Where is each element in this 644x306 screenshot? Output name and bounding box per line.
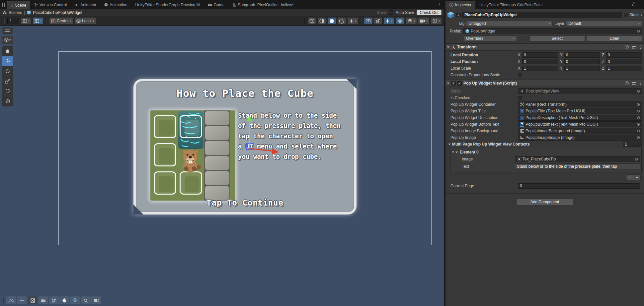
foldout-arrow-icon[interactable] <box>447 83 449 84</box>
tab-version-control[interactable]: Version Control <box>30 1 71 9</box>
constrain-proportions-checkbox[interactable] <box>518 73 522 77</box>
lighting-mode-tool[interactable] <box>59 296 69 304</box>
title-object-field[interactable]: T PopUpTitle (Text Mesh Pro UGUI) ⊙ <box>518 108 642 114</box>
grid-size-field[interactable]: 1 <box>7 18 19 24</box>
prefab-select-button[interactable]: Select <box>529 35 585 41</box>
prefab-picker-icon[interactable]: ⊙ <box>637 29 640 33</box>
tag-dropdown[interactable]: Untagged ▾ <box>466 21 553 26</box>
layer-dropdown[interactable]: Default ▾ <box>566 21 642 26</box>
tab-shadergraph[interactable]: UnityEditor.ShaderGraph.Drawing.M <box>131 1 204 9</box>
gizmos-dropdown[interactable]: ▾ <box>431 18 442 24</box>
scale-z-field[interactable]: 1 <box>606 66 642 71</box>
scene-camera-tool[interactable] <box>91 296 101 304</box>
position-x-field[interactable]: 0 <box>522 59 558 64</box>
popup-widget-view-header[interactable]: # ✓ Pop Up Widget View (Script) ? ⋮ <box>445 80 644 87</box>
container-object-field[interactable]: Panel (Rect Transform) ⊙ <box>518 101 642 107</box>
overlay-drag-handle[interactable] <box>5 30 10 30</box>
shading-wireframe-button[interactable] <box>308 18 316 24</box>
position-y-field[interactable]: 0 <box>564 59 600 64</box>
object-picker-icon[interactable]: ⊙ <box>637 89 640 93</box>
script-object-field[interactable]: # PopUpWidgetView ⊙ <box>518 88 642 94</box>
shading-shaded-wire-button[interactable] <box>318 18 326 24</box>
rect-tool[interactable] <box>2 86 13 96</box>
static-checkbox[interactable] <box>624 13 628 17</box>
tab-inspector[interactable]: i Inspector <box>445 1 475 9</box>
move-selection-tool[interactable] <box>17 296 27 304</box>
tab-gridpaint[interactable]: UnityEditor.Tilemaps.GridPaintPalet <box>475 1 546 9</box>
camera-dropdown-icon[interactable]: ▾ <box>426 20 428 23</box>
foldout-arrow-icon[interactable] <box>447 46 449 48</box>
zoom-tool[interactable] <box>81 296 91 304</box>
mode-2d-button[interactable]: 2D <box>364 18 372 24</box>
view-hand-tool[interactable] <box>2 46 13 56</box>
transform-tool[interactable] <box>2 96 13 106</box>
object-picker-icon[interactable]: ⊙ <box>637 102 640 107</box>
prefab-object-field[interactable]: PopUpWidget ⊙ <box>463 28 642 34</box>
grid-visibility-dropdown-icon[interactable]: ▾ <box>40 20 41 23</box>
help-icon[interactable]: ? <box>625 81 629 85</box>
auto-save-checkbox[interactable] <box>389 10 393 15</box>
isometric-layers-tool[interactable] <box>70 296 80 304</box>
overrides-dropdown[interactable]: Overrides ▾ <box>464 35 517 41</box>
rotation-y-field[interactable]: 0 <box>564 52 600 58</box>
presets-icon[interactable] <box>632 45 636 49</box>
brush-settings-tool[interactable] <box>38 296 48 304</box>
foldout-arrow-icon[interactable] <box>455 152 458 153</box>
presets-icon[interactable] <box>632 82 636 85</box>
check-out-button[interactable]: Check Out <box>417 10 442 15</box>
tab-animator[interactable]: Animator <box>71 1 100 9</box>
rotation-z-field[interactable]: 0 <box>606 52 642 58</box>
rotation-x-field[interactable]: 0 <box>522 52 558 58</box>
current-page-field[interactable]: 0 <box>518 183 640 189</box>
lock-icon[interactable] <box>632 2 635 6</box>
effects-dropdown-icon[interactable]: ▾ <box>391 20 392 23</box>
overlay-drag-handle[interactable] <box>5 31 10 32</box>
element-text-field[interactable]: Stand below or to the side of the pressu… <box>515 163 640 169</box>
effects-dropdown[interactable]: ▾ <box>384 18 394 24</box>
save-button[interactable]: Save <box>377 10 386 15</box>
element-image-object-field[interactable]: Tex_PlaceCubeTip ⊙ <box>515 156 640 162</box>
gameobject-name-field[interactable]: PlaceCubeTipPopUpWidget <box>462 12 622 18</box>
scene-visibility-button[interactable] <box>396 18 404 24</box>
scale-tool[interactable] <box>2 76 13 86</box>
gizmos-dropdown-icon[interactable]: ▾ <box>439 20 440 23</box>
debug-mode-dropdown[interactable]: ▾ <box>348 18 358 24</box>
orientation-dropdown[interactable]: Local ▾ <box>75 18 96 24</box>
foldout-arrow-icon[interactable] <box>448 144 451 145</box>
breadcrumb-scenes[interactable]: Scenes <box>9 10 22 15</box>
layers-dropdown[interactable]: ▾ <box>406 18 417 24</box>
bottom-text-object-field[interactable]: T PopUpButtomText (Text Mesh Pro UGUI) ⊙ <box>518 121 642 127</box>
array-size-field[interactable]: 1 <box>623 142 642 147</box>
multi-page-contexts-header[interactable]: Multi Page Pop Up Widget View Contexts 1 <box>445 141 644 148</box>
scale-y-field[interactable]: 1 <box>564 66 600 71</box>
tab-game[interactable]: Game <box>204 1 229 9</box>
object-picker-icon[interactable]: ⊙ <box>637 129 640 133</box>
static-dropdown-icon[interactable]: ▾ <box>641 14 642 17</box>
position-z-field[interactable]: 0 <box>606 59 642 64</box>
grid-snap-dropdown-icon[interactable]: ▾ <box>28 20 30 23</box>
overlay-drag-handle[interactable] <box>3 298 4 303</box>
random-brush-tool[interactable] <box>6 296 16 304</box>
breadcrumb-object[interactable]: PlaceCubeTipPopUpWidget <box>33 10 82 15</box>
inspector-kebab-icon[interactable]: ⋮ <box>638 2 642 7</box>
scene-view[interactable]: How to Place the Cube <box>0 26 444 306</box>
object-picker-icon[interactable]: ⊙ <box>637 115 640 120</box>
gameobject-cube-icon[interactable] <box>447 11 455 19</box>
component-kebab-icon[interactable]: ⋮ <box>639 45 643 49</box>
is-checked-checkbox[interactable] <box>518 96 522 100</box>
object-picker-icon[interactable]: ⊙ <box>637 122 640 127</box>
tools-overlay-header[interactable] <box>2 28 13 34</box>
description-object-field[interactable]: T PopUpDescription (Text Mesh Pro UGUI) … <box>518 115 642 121</box>
grid-visibility-button[interactable]: ▾ <box>33 18 43 24</box>
object-picker-icon[interactable]: ⊙ <box>637 109 640 113</box>
scale-x-field[interactable]: 1 <box>522 66 558 71</box>
grid-snap-button[interactable]: ▾ <box>21 18 31 24</box>
tilemap-edit-tool[interactable] <box>49 296 59 304</box>
lighting-toggle-button[interactable] <box>328 18 336 24</box>
image-background-object-field[interactable]: PopUpImageBackground (Image) ⊙ <box>518 128 642 134</box>
window-menu-icon[interactable] <box>0 1 7 9</box>
element-drag-handle[interactable]: = <box>452 150 454 154</box>
add-component-button[interactable]: Add Component <box>516 198 573 205</box>
help-icon[interactable]: ? <box>625 45 629 49</box>
rotate-tool[interactable] <box>2 66 13 76</box>
